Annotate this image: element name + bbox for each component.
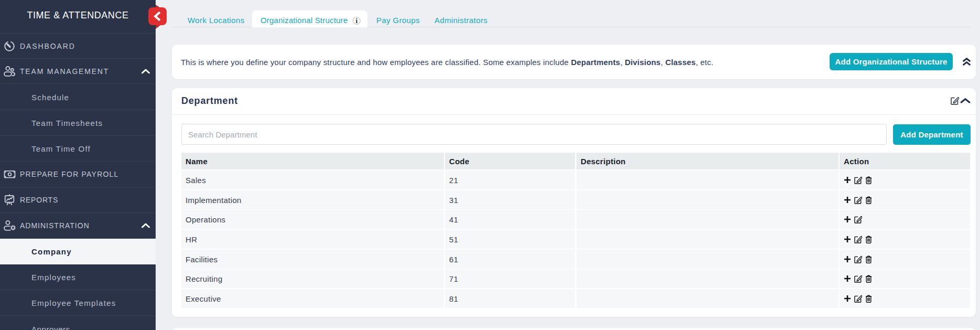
svg-text:i: i <box>356 17 358 25</box>
